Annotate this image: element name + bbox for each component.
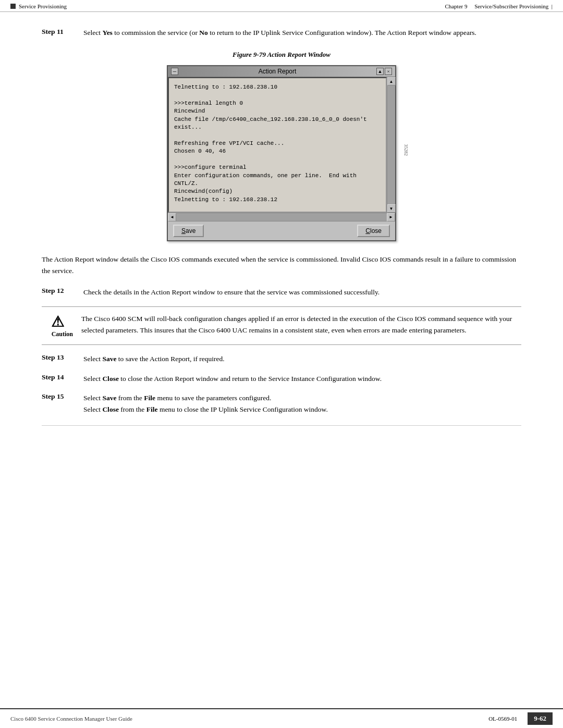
window-body: Telnetting to : 192.168.238.10 >>>termin… xyxy=(168,77,395,213)
page-header: Service Provisioning Chapter 9 Service/S… xyxy=(0,0,563,12)
step-15-row: Step 15 Select Save from the File menu t… xyxy=(42,392,521,415)
step-13-label: Step 13 xyxy=(42,353,73,365)
scrollbar-track xyxy=(387,85,395,204)
step-14-content: Select Close to close the Action Report … xyxy=(83,373,382,385)
step-15-content: Select Save from the File menu to save t… xyxy=(83,392,328,415)
window-close-dialog-button[interactable]: Close xyxy=(357,225,390,237)
description-paragraph: The Action Report window details the Cis… xyxy=(42,254,521,276)
step-14-row: Step 14 Select Close to close the Action… xyxy=(42,373,521,385)
main-content: Step 11 Select Yes to commission the ser… xyxy=(0,12,563,467)
scrollbar-down-arrow[interactable]: ▼ xyxy=(387,204,396,213)
header-square-icon xyxy=(10,4,16,9)
caution-block: ⚠ Caution The Cisco 6400 SCM will roll-b… xyxy=(42,306,521,345)
window-horizontal-scrollbar[interactable]: ◄ ► xyxy=(168,213,395,221)
header-section-label: Service Provisioning xyxy=(19,3,67,9)
window-restore-button[interactable]: ▲ xyxy=(376,68,384,75)
window-relative-wrap: ─ Action Report ▲ × Telnetting to : 192.… xyxy=(167,65,396,241)
figure-side-number: 35282 xyxy=(403,144,409,156)
step-12-content: Check the details in the Action Report w… xyxy=(83,287,380,298)
step-11-label: Step 11 xyxy=(42,28,73,38)
window-output-area: Telnetting to : 192.168.238.10 >>>termin… xyxy=(168,77,387,213)
window-footer: Save Close xyxy=(168,221,395,240)
window-titlebar: ─ Action Report ▲ × xyxy=(168,66,395,77)
footer-right-label: OL-0569-01 xyxy=(488,715,517,722)
header-left: Service Provisioning xyxy=(10,3,67,9)
hscrollbar-right-arrow[interactable]: ► xyxy=(387,213,395,221)
figure-caption: Figure 9-79 Action Report Window xyxy=(42,51,521,59)
window-close-button[interactable]: × xyxy=(385,68,392,75)
step-15-label: Step 15 xyxy=(42,392,73,415)
step-12-label: Step 12 xyxy=(42,287,73,298)
header-section: Service/Subscriber Provisioning xyxy=(474,3,548,9)
step-12-row: Step 12 Check the details in the Action … xyxy=(42,287,521,298)
header-chapter: Chapter 9 xyxy=(445,3,467,9)
window-controls-right: ▲ × xyxy=(376,68,392,75)
hscrollbar-left-arrow[interactable]: ◄ xyxy=(168,213,176,221)
footer-page-box: 9-62 xyxy=(528,712,553,725)
caution-triangle-icon: ⚠ xyxy=(42,313,73,330)
window-minimize-button[interactable]: ─ xyxy=(171,68,178,75)
hscrollbar-track xyxy=(176,213,387,221)
page-footer: Cisco 6400 Service Connection Manager Us… xyxy=(0,708,563,728)
action-report-window: ─ Action Report ▲ × Telnetting to : 192.… xyxy=(167,65,396,241)
figure-window-container: ─ Action Report ▲ × Telnetting to : 192.… xyxy=(42,65,521,241)
scrollbar-up-arrow[interactable]: ▲ xyxy=(387,77,396,85)
bottom-divider xyxy=(42,425,521,426)
caution-label: ⚠ Caution xyxy=(42,313,73,338)
window-title: Action Report xyxy=(178,68,376,75)
window-vertical-scrollbar[interactable]: ▲ ▼ xyxy=(387,77,395,213)
step-13-row: Step 13 Select Save to save the Action R… xyxy=(42,353,521,365)
footer-left-text: Cisco 6400 Service Connection Manager Us… xyxy=(10,715,132,722)
step-13-content: Select Save to save the Action Report, i… xyxy=(83,353,225,365)
step-11-row: Step 11 Select Yes to commission the ser… xyxy=(42,28,521,38)
step-14-label: Step 14 xyxy=(42,373,73,385)
window-save-button[interactable]: Save xyxy=(173,225,204,237)
step-11-text: Select Yes to commission the service (or… xyxy=(83,28,476,38)
caution-content: The Cisco 6400 SCM will roll-back config… xyxy=(81,313,521,336)
header-right: Chapter 9 Service/Subscriber Provisionin… xyxy=(445,3,553,9)
caution-text-label: Caution xyxy=(42,330,73,338)
